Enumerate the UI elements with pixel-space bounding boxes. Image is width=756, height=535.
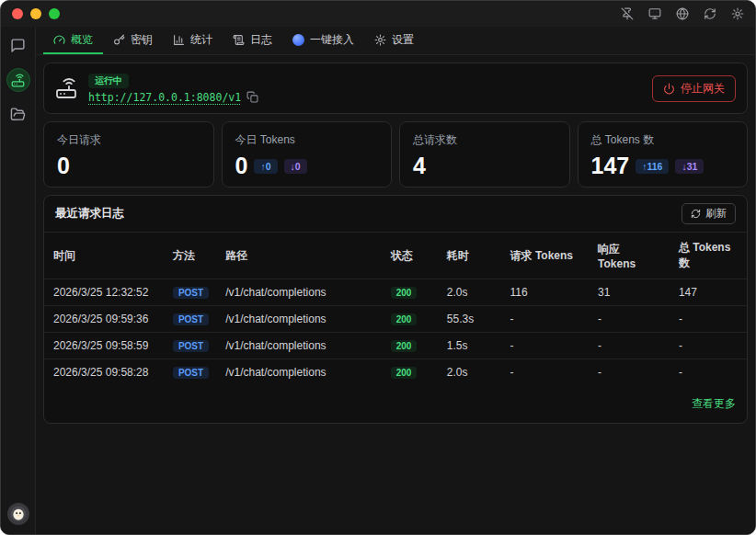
table-row[interactable]: 2026/3/25 09:58:59 POST /v1/chat/complet… (44, 333, 747, 359)
cell-duration: 55.3s (438, 306, 501, 333)
table-row[interactable]: 2026/3/25 09:59:36 POST /v1/chat/complet… (44, 306, 747, 333)
cell-path: /v1/chat/completions (216, 333, 382, 359)
router-icon (11, 74, 25, 87)
gauge-icon (53, 34, 65, 46)
tab-label: 密钥 (131, 32, 153, 48)
cell-path: /v1/chat/completions (216, 306, 382, 333)
stat-card-total-tokens: 总 Tokens 数 147 ↑116 ↓31 (578, 121, 749, 188)
traffic-lights (12, 8, 60, 19)
left-rail (1, 27, 36, 534)
blue-orb-icon (292, 34, 304, 46)
tab-logs[interactable]: 日志 (223, 27, 282, 54)
cell-duration: 2.0s (438, 279, 501, 306)
cell-duration: 1.5s (438, 333, 501, 359)
stat-value: 0 (57, 154, 70, 177)
key-icon (113, 34, 125, 46)
stop-gateway-label: 停止网关 (681, 81, 725, 97)
stat-value: 4 (413, 154, 426, 177)
logs-header-row: 时间 方法 路径 状态 耗时 请求 Tokens 响应 Tokens 总 Tok… (44, 233, 747, 279)
copy-icon[interactable] (246, 91, 258, 103)
folder-icon[interactable] (10, 107, 26, 122)
status-badge: 运行中 (88, 74, 129, 88)
router-icon (55, 77, 77, 99)
status-code-badge: 200 (391, 340, 418, 352)
minimize-window-button[interactable] (30, 8, 41, 19)
method-badge: POST (173, 313, 209, 325)
logs-table: 时间 方法 路径 状态 耗时 请求 Tokens 响应 Tokens 总 Tok… (44, 232, 747, 385)
tab-quick-connect[interactable]: 一键接入 (282, 27, 364, 54)
logs-title: 最近请求日志 (55, 206, 124, 222)
monitor-icon[interactable] (648, 7, 661, 20)
col-header-time: 时间 (44, 233, 164, 279)
chat-icon[interactable] (10, 38, 26, 53)
refresh-label: 刷新 (705, 207, 727, 221)
tab-keys[interactable]: 密钥 (103, 27, 163, 54)
tokens-down-badge: ↓0 (284, 159, 307, 174)
tab-overview[interactable]: 概览 (43, 27, 103, 54)
stat-value: 0 (235, 154, 248, 177)
tab-label: 日志 (250, 32, 272, 48)
tab-label: 设置 (392, 32, 414, 48)
refresh-icon[interactable] (704, 7, 716, 20)
gateway-status-card: 运行中 http://127.0.0.1:8080/v1 停止网关 (43, 63, 748, 114)
cell-duration: 2.0s (438, 359, 501, 386)
tab-bar: 概览 密钥 统计 日志 一键接入 (36, 27, 755, 55)
cell-path: /v1/chat/completions (216, 279, 382, 306)
method-badge: POST (173, 367, 209, 379)
stop-gateway-button[interactable]: 停止网关 (652, 75, 736, 102)
col-header-total-tokens: 总 Tokens 数 (670, 233, 747, 279)
method-badge: POST (173, 340, 209, 352)
cell-res-tokens: - (589, 359, 670, 386)
recent-logs-card: 最近请求日志 刷新 时间 方法 路径 状态 (43, 195, 748, 424)
power-icon (663, 83, 675, 95)
tab-stats[interactable]: 统计 (163, 27, 223, 54)
table-row[interactable]: 2026/3/25 09:58:28 POST /v1/chat/complet… (44, 359, 747, 386)
cell-time: 2026/3/25 09:58:59 (44, 333, 164, 359)
bar-chart-icon (173, 34, 185, 46)
cell-total-tokens: - (670, 359, 747, 386)
tokens-up-badge: ↑0 (254, 159, 277, 174)
owl-avatar-icon[interactable] (7, 503, 29, 525)
tab-label: 统计 (190, 32, 212, 48)
cell-res-tokens: - (589, 306, 670, 333)
stat-card-today-requests: 今日请求 0 (43, 121, 214, 188)
gateway-url-link[interactable]: http://127.0.0.1:8080/v1 (88, 91, 241, 104)
status-code-badge: 200 (391, 287, 418, 299)
cell-req-tokens: - (501, 359, 590, 386)
tab-label: 一键接入 (310, 32, 354, 48)
close-window-button[interactable] (12, 8, 23, 19)
refresh-icon (691, 209, 701, 219)
stat-label: 总请求数 (413, 132, 556, 148)
stat-label: 今日 Tokens (235, 132, 379, 148)
col-header-req-tokens: 请求 Tokens (501, 233, 590, 279)
scroll-icon (233, 34, 245, 46)
stat-label: 今日请求 (57, 132, 200, 148)
cell-path: /v1/chat/completions (216, 359, 382, 386)
cell-req-tokens: - (501, 306, 590, 333)
method-badge: POST (173, 287, 209, 299)
stat-card-today-tokens: 今日 Tokens 0 ↑0 ↓0 (222, 121, 393, 188)
cell-res-tokens: - (589, 333, 670, 359)
cell-res-tokens: 31 (589, 279, 670, 306)
tab-settings[interactable]: 设置 (364, 27, 424, 54)
table-row[interactable]: 2026/3/25 12:32:52 POST /v1/chat/complet… (44, 279, 747, 306)
view-more-link[interactable]: 查看更多 (692, 397, 736, 410)
col-header-status: 状态 (382, 233, 438, 279)
cell-time: 2026/3/25 12:32:52 (44, 279, 164, 306)
globe-icon[interactable] (676, 7, 689, 20)
col-header-res-tokens: 响应 Tokens (589, 233, 670, 279)
zoom-window-button[interactable] (49, 8, 60, 19)
cell-total-tokens: - (670, 306, 747, 333)
cell-time: 2026/3/25 09:59:36 (44, 306, 164, 333)
gear-icon[interactable] (731, 7, 744, 20)
stat-card-total-requests: 总请求数 4 (399, 121, 570, 188)
stat-value: 147 (591, 154, 630, 177)
stats-row: 今日请求 0 今日 Tokens 0 ↑0 ↓0 总请求数 4 (43, 121, 748, 188)
refresh-logs-button[interactable]: 刷新 (682, 203, 736, 224)
pin-off-icon[interactable] (621, 7, 634, 20)
cell-req-tokens: 116 (501, 279, 590, 306)
rail-item-gateway[interactable] (6, 68, 30, 92)
app-window: 概览 密钥 统计 日志 一键接入 (0, 0, 756, 535)
status-code-badge: 200 (391, 367, 418, 379)
tokens-down-badge: ↓31 (675, 159, 704, 174)
